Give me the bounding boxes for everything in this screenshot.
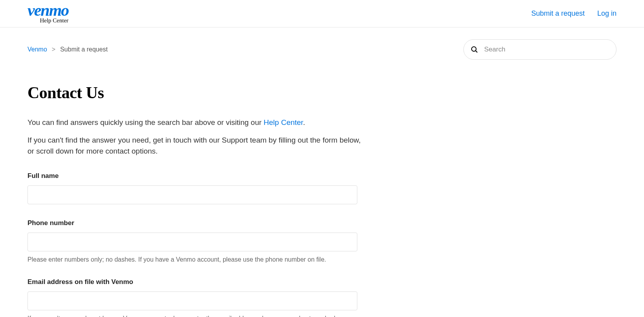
full-name-label: Full name [27,172,365,180]
email-label: Email address on file with Venmo [27,278,365,286]
full-name-field: Full name [27,172,365,204]
submit-request-link[interactable]: Submit a request [531,9,585,18]
email-field: Email address on file with Venmo If you … [27,278,365,317]
intro-text-2: If you can't find the answer you need, g… [27,135,365,157]
phone-hint: Please enter numbers only; no dashes. If… [27,256,365,263]
breadcrumb-home[interactable]: Venmo [27,46,47,53]
main-content: Contact Us You can find answers quickly … [0,60,393,317]
page-title: Contact Us [27,83,365,102]
help-center-link[interactable]: Help Center [263,118,303,126]
site-header: venmo Help Center Submit a request Log i… [0,0,644,27]
search-input[interactable] [463,39,617,60]
breadcrumb-current: Submit a request [60,46,108,53]
intro-text-1-pre: You can find answers quickly using the s… [27,118,263,126]
phone-input[interactable] [27,233,357,251]
full-name-input[interactable] [27,185,357,204]
logo-text: venmo [27,3,68,18]
log-in-link[interactable]: Log in [597,9,617,18]
breadcrumb: Venmo > Submit a request [27,46,108,53]
breadcrumb-separator: > [52,46,55,53]
sub-header: Venmo > Submit a request [0,27,644,60]
svg-line-1 [476,51,477,52]
intro-text-1: You can find answers quickly using the s… [27,117,365,128]
search-icon [470,46,478,53]
intro-text-1-post: . [303,118,305,126]
logo-link[interactable]: venmo Help Center [27,3,68,24]
email-hint: If you aren't sure or do not have a Venm… [27,315,365,317]
logo-subtitle: Help Center [40,17,68,24]
phone-field: Phone number Please enter numbers only; … [27,219,365,263]
header-nav: Submit a request Log in [531,9,617,18]
email-input[interactable] [27,291,357,310]
phone-label: Phone number [27,219,365,227]
svg-point-0 [472,47,476,51]
search-container [463,39,617,60]
